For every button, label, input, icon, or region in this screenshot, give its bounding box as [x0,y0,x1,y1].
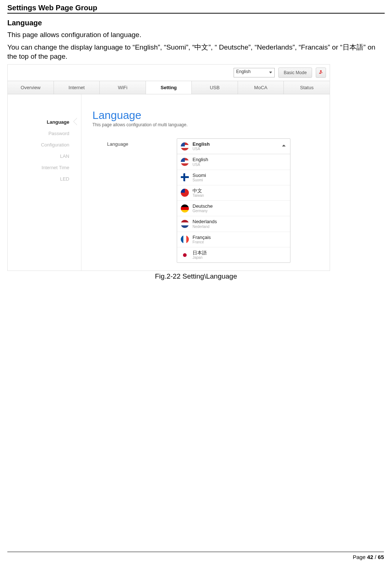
top-bar: English Basic Mode [8,65,330,81]
tab-status[interactable]: Status [284,81,330,94]
selected-language-sub: USA [193,147,210,151]
page-footer: Page 42 / 65 [353,554,384,560]
footer-separator: / [373,554,378,560]
basic-mode-button[interactable]: Basic Mode [278,68,312,78]
footer-total-pages: 65 [378,554,384,560]
tab-wifi[interactable]: WiFi [100,81,146,94]
sidebar-item-language[interactable]: Language [8,116,74,128]
screenshot-body: Language Password Configuration LAN Inte… [8,94,330,271]
language-option-deutsche[interactable]: Deutsche Germany [177,201,290,216]
tab-internet[interactable]: Internet [54,81,100,94]
content-title: Language [92,109,322,121]
language-top-select-value: English [236,69,250,74]
selected-language-name: English [193,142,210,147]
language-field-label: Language [92,138,177,147]
sidebar-item-led[interactable]: LED [8,173,74,185]
language-dropdown[interactable]: English USA English USA [177,138,290,263]
language-option-suomi[interactable]: Suomi Suomi [177,170,290,185]
flag-japan-icon [181,251,189,259]
sidebar-item-password[interactable]: Password [8,128,74,139]
logout-button[interactable] [316,68,326,78]
screenshot-frame: English Basic Mode Overview Internet WiF… [7,64,330,271]
flag-netherlands-icon [181,220,189,228]
tab-moca[interactable]: MoCA [238,81,284,94]
tab-usb[interactable]: USB [192,81,238,94]
main-nav-tabs: Overview Internet WiFi Setting USB MoCA … [8,81,330,94]
language-option-english[interactable]: English USA [177,154,290,170]
tab-setting[interactable]: Setting [146,81,192,94]
language-dropdown-selected[interactable]: English USA [177,139,290,154]
language-option-japanese[interactable]: 日本語 Japan [177,247,290,262]
section-heading: Language [7,19,385,27]
footer-page-number: 42 [367,554,373,560]
sidebar-item-configuration[interactable]: Configuration [8,139,74,150]
flag-taiwan-icon [181,189,189,197]
chevron-down-icon [269,72,272,73]
sidebar-item-lan[interactable]: LAN [8,150,74,162]
language-option-francais[interactable]: Français France [177,232,290,247]
tab-overview[interactable]: Overview [8,81,54,94]
content-area: Language This page allows configuration … [81,94,330,271]
flag-usa-icon [181,142,189,150]
figure-caption: Fig.2-22 Setting\Language [7,272,385,280]
language-option-chinese[interactable]: 中文 Taiwan [177,185,290,201]
chevron-up-icon [282,145,286,146]
flag-france-icon [181,235,189,243]
content-subtitle: This page allows configuration of multi … [92,122,322,127]
basic-mode-label: Basic Mode [284,70,307,75]
logout-icon [318,69,323,76]
page-heading: Settings Web Page Group [7,4,385,14]
intro-paragraph-2: You can change the display language to “… [7,43,385,61]
flag-usa-icon [181,158,189,166]
language-option-nederlands[interactable]: Nederlands Nederland [177,216,290,232]
flag-germany-icon [181,204,189,213]
footer-prefix: Page [353,554,367,560]
settings-sidebar: Language Password Configuration LAN Inte… [8,94,81,271]
language-top-select[interactable]: English [234,68,275,77]
intro-paragraph-1: This page allows configuration of langua… [7,30,385,40]
sidebar-item-internet-time[interactable]: Internet Time [8,162,74,173]
flag-finland-icon [181,173,189,181]
language-field-row: Language English USA English [92,138,322,263]
